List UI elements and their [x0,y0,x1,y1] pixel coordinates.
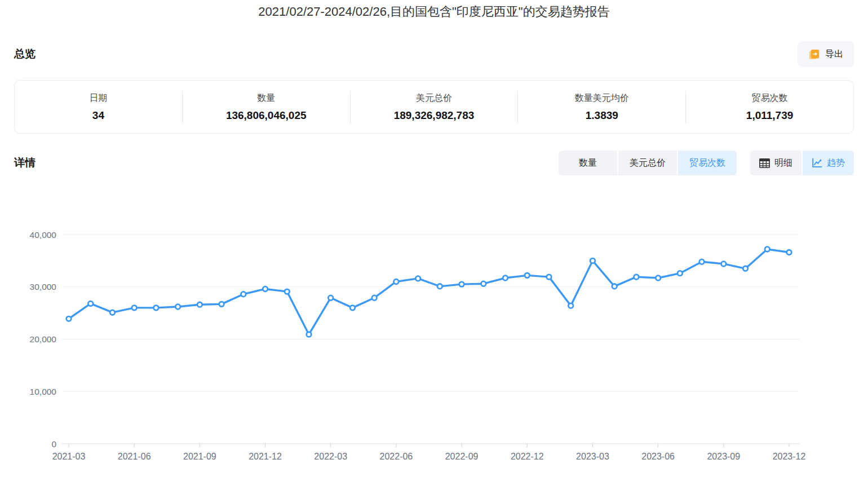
view-detail-button[interactable]: 明细 [750,151,801,175]
stat-value: 1.3839 [518,109,685,122]
stat-value: 189,326,982,783 [351,109,518,122]
stat-avg-usd-price: 数量美元均价 1.3839 [518,92,685,122]
trend-chart-canvas: 010,00020,00030,00040,0002021-032021-062… [0,208,868,477]
trend-icon [812,158,822,168]
data-point[interactable] [634,275,639,280]
data-point[interactable] [328,295,333,301]
x-axis-tick-label: 2022-12 [511,452,544,461]
x-axis-tick-label: 2023-03 [576,452,609,461]
data-point[interactable] [656,276,661,281]
tab-usd-total[interactable]: 美元总价 [618,151,677,175]
y-axis-tick-label: 40,000 [30,230,57,240]
overview-heading: 总览 [14,47,36,61]
data-point[interactable] [765,247,770,252]
data-point[interactable] [197,302,202,307]
y-axis-tick-label: 20,000 [30,334,57,344]
stat-value: 34 [15,109,182,122]
data-point[interactable] [285,289,290,294]
data-point[interactable] [219,302,224,307]
data-point[interactable] [394,279,399,284]
data-point[interactable] [175,304,180,310]
data-point[interactable] [372,295,377,301]
stat-value: 136,806,046,025 [183,109,350,122]
data-point[interactable] [67,316,72,321]
data-point[interactable] [612,284,617,289]
view-trend-label: 趋势 [827,157,845,169]
data-point[interactable] [568,303,573,308]
details-heading: 详情 [14,156,36,170]
stat-label: 美元总价 [351,92,518,104]
tab-trade-count[interactable]: 贸易次数 [678,151,737,175]
data-point[interactable] [677,271,683,276]
table-icon [759,158,770,168]
stat-label: 数量 [183,92,350,104]
tab-quantity[interactable]: 数量 [559,151,617,175]
x-axis-tick-label: 2023-06 [641,452,675,461]
view-detail-label: 明细 [774,157,792,169]
data-point[interactable] [154,306,159,311]
stat-quantity: 数量 136,806,046,025 [183,92,350,122]
data-point[interactable] [525,273,530,278]
x-axis-tick-label: 2021-03 [52,452,86,461]
stat-label: 贸易次数 [686,92,853,104]
x-axis-tick-label: 2023-09 [707,452,740,461]
data-point[interactable] [503,276,508,281]
data-point[interactable] [415,276,420,281]
view-tab-group: 明细 趋势 [750,151,854,175]
y-axis-tick-label: 10,000 [30,387,57,396]
data-point[interactable] [88,301,93,306]
export-button-label: 导出 [825,48,843,60]
data-point[interactable] [699,259,705,264]
data-point[interactable] [459,282,464,287]
x-axis-tick-label: 2021-12 [249,452,282,461]
data-point[interactable] [721,262,727,267]
data-point[interactable] [481,281,486,286]
data-point[interactable] [743,266,748,271]
x-axis-tick-label: 2021-06 [118,452,151,461]
x-axis-tick-label: 2022-09 [445,452,479,461]
data-point[interactable] [350,306,355,311]
page-title: 2021/02/27-2024/02/26,目的国包含"印度尼西亚"的交易趋势报… [0,0,868,23]
metric-tab-group: 数量 美元总价 贸易次数 [559,151,737,175]
export-button[interactable]: 导出 [798,41,854,67]
y-axis-tick-label: 0 [51,439,56,449]
overview-stats-card: 日期 34 数量 136,806,046,025 美元总价 189,326,98… [14,80,854,134]
stat-label: 数量美元均价 [518,92,685,104]
stat-date: 日期 34 [15,92,182,122]
data-point[interactable] [307,332,312,337]
stat-trade-count: 贸易次数 1,011,739 [686,92,853,122]
details-header: 详情 数量 美元总价 贸易次数 明细 [0,151,868,175]
data-point[interactable] [547,275,552,280]
stat-usd-total: 美元总价 189,326,982,783 [351,92,518,122]
data-point[interactable] [787,250,792,255]
data-point[interactable] [110,310,115,315]
stat-label: 日期 [15,92,182,104]
x-axis-tick-label: 2021-09 [183,452,216,461]
x-axis-tick-label: 2022-03 [314,452,347,461]
x-axis-tick-label: 2022-06 [380,452,413,461]
x-axis-tick-label: 2023-12 [773,452,806,461]
trend-chart: 010,00020,00030,00040,0002021-032021-062… [0,208,868,477]
y-axis-tick-label: 30,000 [30,282,57,292]
data-point[interactable] [590,258,595,263]
data-point[interactable] [241,292,246,297]
overview-header: 总览 导出 [0,41,868,67]
data-point[interactable] [263,286,268,292]
stat-value: 1,011,739 [686,109,853,122]
trend-line [69,249,789,334]
view-trend-button[interactable]: 趋势 [803,151,854,175]
data-point[interactable] [132,306,137,311]
data-point[interactable] [437,284,442,289]
export-icon [808,48,820,60]
